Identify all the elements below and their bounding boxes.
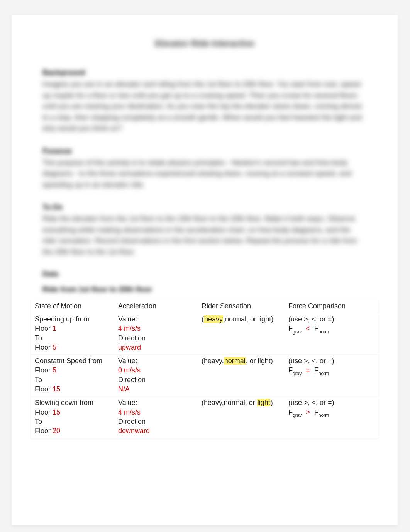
or: or [248,357,258,365]
force-compare: Fgrav > Fnorm [288,408,329,416]
cell-sensation: (heavy,normal, or light) [198,396,285,438]
sensation-heavy: heavy [204,399,222,406]
paren-close: ) [271,357,273,365]
f-norm: F [314,408,319,416]
data-table-wrap: State of Motion Acceleration Rider Sensa… [31,299,378,439]
or: or [248,315,258,323]
f-norm: F [314,366,319,374]
motion-label: Constatnt Speed from [35,357,102,365]
sensation-heavy: heavy [204,315,223,323]
table-row: Slowing down from Floor 15 To Floor 20 V… [31,396,378,438]
floor-label: Floor [35,343,51,351]
th-accel: Acceleration [114,299,198,313]
sensation-normal: normal [225,315,246,323]
table-row: Constatnt Speed from Floor 5 To Floor 15… [31,355,378,396]
value-label: Value: [118,315,137,323]
section-text: Imagine you are in an elevator and ridin… [42,79,367,134]
cell-state: Constatnt Speed from Floor 5 To Floor 15 [31,355,114,396]
cell-force: (use >, <, or =) Fgrav > Fnorm [285,396,378,438]
floor-label: Floor [35,366,51,374]
f-norm: F [314,325,319,332]
motion-label: Speeding up from [35,315,90,323]
grav-sub: grav [293,413,302,418]
floor-to: 20 [53,427,60,435]
cmp-op: = [303,366,312,374]
doc-title: Elevator Ride Interactive [42,39,367,49]
floor-label: Floor [35,325,51,332]
sensation-normal: normal [224,357,246,365]
cell-accel: Value: 4 m/s/s Direction downward [114,396,198,438]
direction-label: Direction [118,418,146,425]
data-heading: Data [42,270,367,278]
cmp-op: < [303,325,312,332]
sep: , [222,357,224,365]
direction-label: Direction [118,376,146,384]
th-sensation: Rider Sensation [198,299,285,313]
floor-from: 5 [53,366,56,374]
data-table: State of Motion Acceleration Rider Sensa… [31,299,378,439]
sensation-light: light [258,357,271,365]
paren-close: ) [271,315,273,323]
floor-to: 15 [53,385,60,393]
accel-dir: N/A [118,385,130,393]
table-row: Speeding up from Floor 1 To Floor 5 Valu… [31,313,378,355]
accel-dir: downward [118,427,150,435]
cell-state: Slowing down from Floor 15 To Floor 20 [31,396,114,438]
paren-close: ) [271,399,273,406]
accel-value: 4 m/s/s [118,325,141,332]
section-background: Background Imagine you are in an elevato… [42,68,367,134]
cell-accel: Value: 4 m/s/s Direction upward [114,313,198,355]
sensation-heavy: heavy [204,357,222,365]
f-grav: F [288,366,293,374]
section-heading: Background [42,68,367,76]
value-label: Value: [118,399,137,406]
section-text: The purpose of this activity is to relat… [42,157,367,190]
th-state: State of Motion [31,299,114,313]
section-heading: To Do [42,202,367,211]
sensation-light: light [258,315,271,323]
floor-from: 1 [53,325,56,332]
cell-sensation: (heavy,normal, or light) [198,355,285,396]
floor-label: Floor [35,408,51,416]
section-text: Ride the elevator from the 1st floor to … [42,213,367,257]
floor-from: 15 [53,408,60,416]
cell-force: (use >, <, or =) Fgrav < Fnorm [285,313,378,355]
fc-hint: (use >, <, or =) [288,357,334,365]
motion-label: Slowing down from [35,399,93,406]
to-label: To [35,334,42,342]
ride-subheading: Ride from 1st floor to 20th floor [42,285,367,294]
norm-sub: norm [319,413,329,418]
or: or [247,399,257,406]
cmp-op: > [303,408,312,416]
grav-sub: grav [293,329,302,335]
cell-accel: Value: 0 m/s/s Direction N/A [114,355,198,396]
value-label: Value: [118,357,137,365]
accel-dir: upward [118,343,141,351]
norm-sub: norm [319,371,329,376]
fc-hint: (use >, <, or =) [288,399,334,406]
sensation-light: light [257,399,271,406]
to-label: To [35,376,42,384]
to-label: To [35,418,42,425]
direction-label: Direction [118,334,146,342]
norm-sub: norm [319,329,329,335]
document-page: Elevator Ride Interactive Background Ima… [12,15,398,525]
floor-label: Floor [35,427,51,435]
accel-value: 0 m/s/s [118,366,141,374]
cell-state: Speeding up from Floor 1 To Floor 5 [31,313,114,355]
accel-value: 4 m/s/s [118,408,141,416]
force-compare: Fgrav = Fnorm [288,366,329,374]
f-grav: F [288,325,293,332]
section-heading: Purpose [42,146,367,155]
grav-sub: grav [293,371,302,376]
sensation-normal: normal [224,399,245,406]
fc-hint: (use >, <, or =) [288,315,334,323]
section-todo: To Do Ride the elevator from the 1st flo… [42,202,367,257]
table-header-row: State of Motion Acceleration Rider Sensa… [31,299,378,313]
f-grav: F [288,408,293,416]
floor-to: 5 [53,343,56,351]
cell-sensation: (heavy,normal, or light) [198,313,285,355]
cell-force: (use >, <, or =) Fgrav = Fnorm [285,355,378,396]
floor-label: Floor [35,385,51,393]
th-force: Force Comparison [285,299,378,313]
